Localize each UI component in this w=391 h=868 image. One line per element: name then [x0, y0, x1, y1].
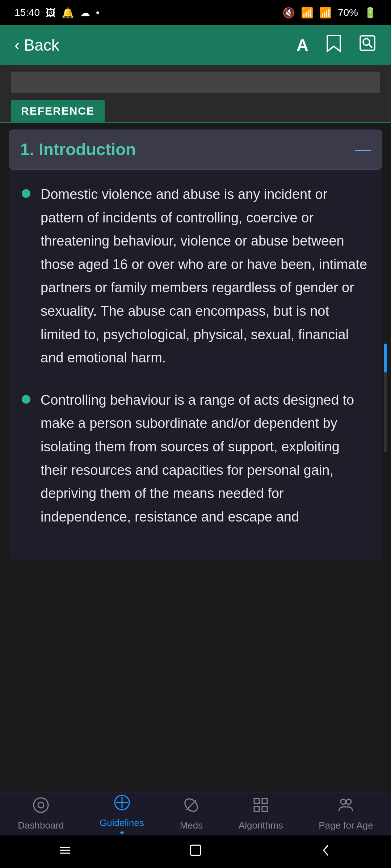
dashboard-icon	[33, 797, 49, 817]
svg-rect-11	[262, 799, 267, 804]
nav-bar: ‹ Back A	[0, 25, 391, 65]
bullet-item-2: Controlling behaviour is a range of acts…	[22, 388, 369, 529]
meds-icon	[183, 797, 199, 817]
section-title: Introduction	[39, 140, 136, 159]
nav-dashboard[interactable]: Dashboard	[18, 797, 64, 831]
bullet-dot-2	[22, 395, 30, 404]
guidelines-label: Guidelines	[100, 817, 144, 829]
dashboard-label: Dashboard	[18, 820, 64, 831]
signal-icon: 📶	[319, 7, 332, 19]
guidelines-icon	[114, 794, 130, 814]
battery-icon: 🔋	[364, 7, 377, 19]
wifi-icon: 📶	[301, 7, 314, 19]
svg-line-9	[186, 800, 196, 810]
svg-rect-12	[254, 807, 259, 812]
svg-rect-10	[254, 799, 259, 804]
collapse-icon[interactable]: —	[355, 140, 371, 158]
reference-tab[interactable]: REFERENCE	[11, 100, 105, 122]
status-bar: 15:40 🖼 🔔 ☁ • 🔇 📶 📶 70% 🔋	[0, 0, 391, 25]
dot-icon: •	[96, 7, 100, 18]
active-indicator	[120, 831, 124, 834]
svg-point-14	[341, 799, 346, 804]
bullet-text-1: Domestic violence and abuse is any incid…	[41, 183, 369, 370]
home-button[interactable]	[188, 842, 203, 861]
back-label: Back	[24, 36, 59, 54]
svg-point-3	[34, 798, 48, 812]
scroll-thumb	[384, 344, 387, 373]
section-number: 1.	[20, 140, 34, 159]
mute-icon: 🔇	[282, 7, 295, 19]
recent-apps-button[interactable]	[57, 842, 73, 861]
battery-label: 70%	[338, 7, 358, 18]
nav-meds[interactable]: Meds	[180, 797, 203, 831]
svg-point-15	[346, 799, 351, 804]
svg-rect-13	[262, 807, 267, 812]
svg-line-2	[369, 44, 372, 48]
cloud-icon: ☁	[80, 7, 90, 19]
back-button[interactable]: ‹ Back	[14, 36, 59, 54]
search-icon[interactable]	[359, 35, 377, 56]
svg-rect-19	[190, 845, 201, 855]
meds-label: Meds	[180, 820, 203, 831]
intro-title: 1. Introduction	[20, 140, 136, 159]
status-left: 15:40 🖼 🔔 ☁ •	[14, 7, 100, 19]
status-right: 🔇 📶 📶 70% 🔋	[282, 7, 377, 19]
notification-icon: 🔔	[62, 7, 74, 19]
bottom-nav: Dashboard Guidelines Meds	[0, 792, 391, 835]
nav-page-for-age[interactable]: Page for Age	[319, 797, 373, 831]
nav-algorithms[interactable]: Algorithms	[239, 797, 283, 831]
intro-section: 1. Introduction —	[9, 129, 382, 170]
bullet-item-1: Domestic violence and abuse is any incid…	[22, 183, 369, 370]
page-for-age-label: Page for Age	[319, 820, 373, 831]
back-chevron-icon: ‹	[14, 37, 20, 54]
search-bar[interactable]	[11, 72, 380, 93]
time: 15:40	[14, 7, 40, 18]
scroll-hint	[384, 344, 387, 452]
content-area: Domestic violence and abuse is any incid…	[9, 170, 382, 560]
nav-icons: A	[297, 34, 377, 56]
nav-guidelines[interactable]: Guidelines	[100, 794, 144, 834]
reference-tab-container: REFERENCE	[0, 100, 391, 123]
back-button-android[interactable]	[318, 842, 334, 861]
bullet-text-2: Controlling behaviour is a range of acts…	[41, 388, 369, 529]
intro-header: 1. Introduction —	[9, 129, 382, 170]
algorithms-icon	[252, 797, 269, 817]
bullet-dot-1	[22, 189, 30, 198]
font-size-icon[interactable]: A	[297, 35, 308, 55]
bookmark-icon[interactable]	[326, 34, 342, 56]
algorithms-label: Algorithms	[239, 820, 283, 831]
svg-point-4	[38, 802, 44, 808]
search-bar-area	[0, 65, 391, 100]
svg-rect-0	[360, 36, 375, 50]
photo-icon: 🖼	[46, 7, 56, 19]
android-nav	[0, 835, 391, 868]
page-for-age-icon	[337, 797, 354, 817]
